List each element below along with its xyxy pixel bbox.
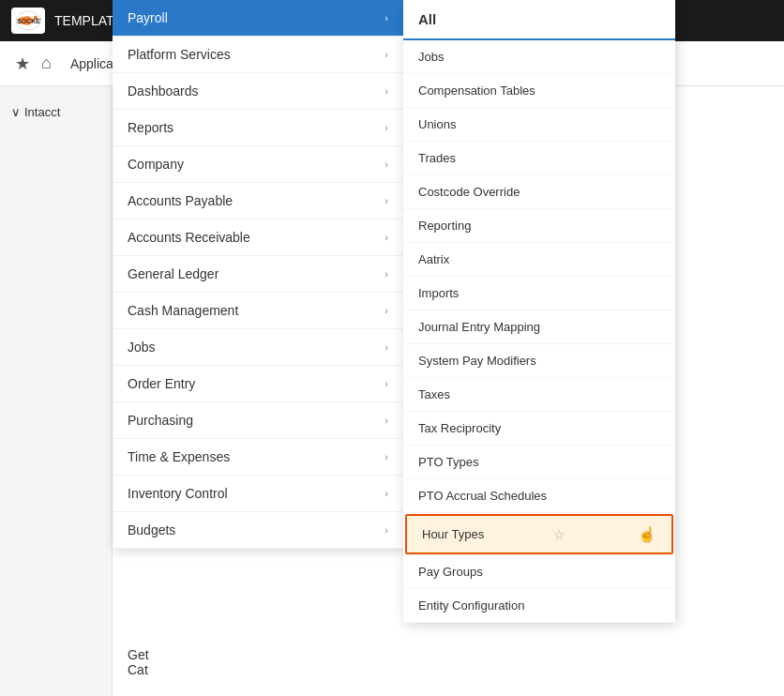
bottom-text-area: Get Cat <box>128 647 149 677</box>
left-menu-item-label: Jobs <box>128 340 156 355</box>
right-menu-item-label: Costcode Override <box>418 185 520 199</box>
right-menu-item-pto-types[interactable]: PTO Types <box>403 446 675 479</box>
right-menu-item-label: Tax Reciprocity <box>418 421 501 435</box>
bottom-text-2: Cat <box>128 662 149 677</box>
right-menu-item-compensation-tables[interactable]: Compensation Tables <box>403 74 675 108</box>
right-menu-header: All <box>403 0 675 40</box>
left-menu-item-order-entry[interactable]: Order Entry› <box>113 366 403 402</box>
left-menu-item-accounts-payable[interactable]: Accounts Payable› <box>113 183 403 219</box>
left-menu-item-label: Accounts Payable <box>128 193 233 208</box>
right-menu-item-label: System Pay Modifiers <box>418 354 536 368</box>
left-menu-chevron-icon: › <box>384 488 388 499</box>
right-menu-item-label: Journal Entry Mapping <box>418 320 540 334</box>
left-menu-item-label: Platform Services <box>128 47 231 62</box>
left-menu-item-label: Accounts Receivable <box>128 230 250 245</box>
left-menu-item-platform-services[interactable]: Platform Services› <box>113 37 403 73</box>
left-menu-chevron-icon: › <box>384 451 388 462</box>
right-menu-item-label: PTO Types <box>418 455 479 469</box>
left-menu-chevron-icon: › <box>384 305 388 316</box>
left-menu-item-label: Budgets <box>128 522 175 537</box>
left-menu-item-budgets[interactable]: Budgets› <box>113 512 403 549</box>
right-menu-tab-label[interactable]: All <box>418 11 436 27</box>
right-menu-item-label: Entity Configuration <box>418 598 524 613</box>
logo-area: SOCKEYE <box>11 8 45 34</box>
right-menu-item-label: Pay Groups <box>418 565 483 579</box>
right-menu-item-label: Imports <box>418 286 459 300</box>
right-menu-item-pay-groups[interactable]: Pay Groups <box>403 555 675 589</box>
left-menu-item-payroll[interactable]: Payroll› <box>113 0 403 37</box>
left-menu-item-inventory-control[interactable]: Inventory Control› <box>113 476 403 512</box>
right-menu-item-tax-reciprocity[interactable]: Tax Reciprocity <box>403 412 675 446</box>
right-menu-item-label: Jobs <box>418 50 444 64</box>
right-menu-item-label: Reporting <box>418 219 471 233</box>
right-menu-item-label: Aatrix <box>418 252 449 266</box>
right-menu: All JobsCompensation TablesUnionsTradesC… <box>403 0 675 623</box>
left-menu-chevron-icon: › <box>384 378 388 389</box>
left-menu: Payroll›Platform Services›Dashboards›Rep… <box>113 0 403 549</box>
left-menu-chevron-icon: › <box>384 232 388 243</box>
left-menu-item-cash-management[interactable]: Cash Management› <box>113 293 403 329</box>
left-menu-item-accounts-receivable[interactable]: Accounts Receivable› <box>113 219 403 256</box>
left-menu-chevron-icon: › <box>384 341 388 353</box>
star-icon[interactable]: ☆ <box>553 527 565 542</box>
left-menu-item-label: Payroll <box>128 10 168 25</box>
left-menu-item-label: General Ledger <box>128 266 219 281</box>
right-menu-item-jobs[interactable]: Jobs <box>403 40 675 74</box>
left-menu-item-label: Dashboards <box>128 83 199 98</box>
right-menu-item-imports[interactable]: Imports <box>403 277 675 310</box>
left-menu-chevron-icon: › <box>384 195 388 206</box>
sidebar: ∨ Intacct <box>0 86 113 696</box>
left-menu-item-general-ledger[interactable]: General Ledger› <box>113 256 403 293</box>
right-menu-item-label: Hour Types <box>422 527 484 541</box>
left-menu-chevron-icon: › <box>384 122 388 133</box>
right-menu-item-system-pay-modifiers[interactable]: System Pay Modifiers <box>403 344 675 378</box>
left-menu-item-label: Company <box>128 157 184 172</box>
right-menu-item-journal-entry-mapping[interactable]: Journal Entry Mapping <box>403 310 675 344</box>
left-menu-item-dashboards[interactable]: Dashboards› <box>113 73 403 110</box>
right-menu-item-taxes[interactable]: Taxes <box>403 378 675 412</box>
cursor-indicator: ☝ <box>638 525 656 543</box>
left-menu-item-label: Cash Management <box>128 303 238 318</box>
right-menu-item-label: Unions <box>418 117 456 131</box>
right-menu-item-entity-configuration[interactable]: Entity Configuration <box>403 589 675 623</box>
right-menu-item-pto-accrual-schedules[interactable]: PTO Accrual Schedules <box>403 479 675 513</box>
right-menu-item-hour-types[interactable]: Hour Types☆☝ <box>405 514 673 554</box>
sidebar-collapse[interactable]: ∨ Intacct <box>0 98 112 127</box>
left-menu-item-label: Time & Expenses <box>128 449 230 464</box>
left-menu-item-time-&-expenses[interactable]: Time & Expenses› <box>113 439 403 476</box>
collapse-label: Intacct <box>24 105 60 119</box>
right-menu-item-label: Taxes <box>418 387 450 401</box>
left-menu-item-company[interactable]: Company› <box>113 146 403 183</box>
right-menu-item-reporting[interactable]: Reporting <box>403 209 675 243</box>
left-menu-item-label: Reports <box>128 120 173 135</box>
right-menu-item-aatrix[interactable]: Aatrix <box>403 243 675 277</box>
logo-box: SOCKEYE <box>11 8 45 34</box>
left-menu-chevron-icon: › <box>384 415 388 426</box>
collapse-chevron: ∨ <box>11 105 21 119</box>
left-menu-chevron-icon: › <box>384 49 388 60</box>
left-menu-item-reports[interactable]: Reports› <box>113 110 403 146</box>
left-menu-chevron-icon: › <box>384 12 388 23</box>
right-menu-item-unions[interactable]: Unions <box>403 108 675 142</box>
left-menu-item-purchasing[interactable]: Purchasing› <box>113 402 403 439</box>
svg-text:SOCKEYE: SOCKEYE <box>17 18 41 24</box>
left-menu-chevron-icon: › <box>384 85 388 97</box>
sockeye-logo-icon: SOCKEYE <box>15 10 41 31</box>
star-nav-icon[interactable]: ★ <box>15 53 30 74</box>
left-menu-chevron-icon: › <box>384 268 388 280</box>
bottom-text-1: Get <box>128 647 149 662</box>
left-menu-item-label: Purchasing <box>128 413 193 428</box>
right-menu-item-costcode-override[interactable]: Costcode Override <box>403 175 675 209</box>
right-menu-item-label: Trades <box>418 151 456 165</box>
left-menu-item-label: Inventory Control <box>128 486 228 501</box>
right-menu-item-label: Compensation Tables <box>418 83 535 98</box>
left-menu-chevron-icon: › <box>384 524 388 536</box>
right-menu-item-label: PTO Accrual Schedules <box>418 489 547 503</box>
left-menu-item-jobs[interactable]: Jobs› <box>113 329 403 366</box>
left-menu-item-label: Order Entry <box>128 376 195 391</box>
left-menu-chevron-icon: › <box>384 159 388 170</box>
right-menu-item-trades[interactable]: Trades <box>403 142 675 175</box>
home-nav-icon[interactable]: ⌂ <box>41 53 52 73</box>
